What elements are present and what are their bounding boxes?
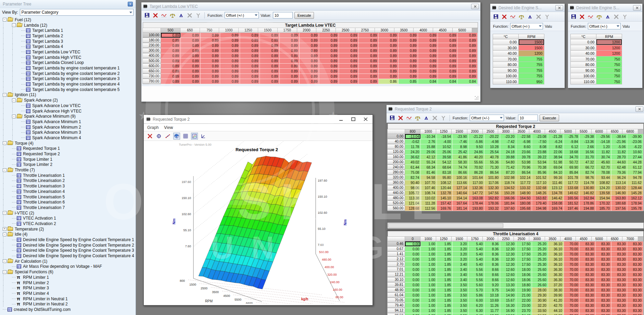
cell[interactable]: 105.72 xyxy=(405,191,421,196)
cell[interactable]: 0.00 xyxy=(405,288,421,293)
cell[interactable]: 180.08 xyxy=(516,201,532,206)
column-header[interactable]: 3000 xyxy=(375,28,394,33)
cell[interactable]: 8.66 xyxy=(484,267,500,272)
column-header[interactable]: 3500 xyxy=(514,129,529,134)
cell[interactable]: 83.30 xyxy=(580,308,595,313)
cell[interactable]: 83.30 xyxy=(596,298,611,303)
row-header[interactable]: 240.00 xyxy=(387,165,405,170)
cell[interactable]: 83.30 xyxy=(580,272,595,277)
row-header[interactable]: 300.00 xyxy=(142,48,161,53)
cell[interactable]: 47.32 xyxy=(580,160,595,165)
save-icon[interactable] xyxy=(492,13,499,20)
cell[interactable]: 0.89 xyxy=(319,33,339,38)
cell[interactable]: 13.30 xyxy=(500,283,516,288)
cell[interactable]: 83.30 xyxy=(627,303,643,308)
cell[interactable]: 132.36 xyxy=(469,185,484,191)
cell[interactable]: 83.30 xyxy=(580,288,595,293)
tree-item[interactable]: Throttle Linearisation 3 xyxy=(1,183,135,189)
cell[interactable]: 15.88 xyxy=(421,144,437,149)
cell[interactable]: 93.44 xyxy=(596,175,611,180)
cell[interactable]: 39.78 xyxy=(516,155,532,160)
cell[interactable]: 0.89 xyxy=(220,58,240,64)
cell[interactable]: -4.98 xyxy=(484,139,500,144)
row-header[interactable]: 90.00 xyxy=(493,67,519,74)
cell[interactable]: -14.18 xyxy=(596,139,611,144)
cell[interactable]: 0.89 xyxy=(458,38,478,43)
cell[interactable]: 83.30 xyxy=(596,313,611,315)
cell[interactable]: 94.58 xyxy=(421,175,437,180)
scales-icon[interactable] xyxy=(414,115,421,121)
row-header[interactable]: 94.12 xyxy=(387,308,405,313)
cell[interactable]: 70.00 xyxy=(564,247,580,252)
tree-item[interactable]: Desired Idle Engine Speed by Engine Cool… xyxy=(1,237,135,242)
cell[interactable]: 0.89 xyxy=(339,74,359,79)
contour-icon[interactable] xyxy=(191,133,198,140)
cell[interactable]: 83.30 xyxy=(596,272,611,277)
cell[interactable]: 8.36 xyxy=(484,247,500,252)
cell[interactable]: 118.74 xyxy=(500,180,516,185)
cell[interactable]: 181.52 xyxy=(564,201,580,206)
tree-item[interactable]: Spark Advance Low VTEC xyxy=(1,103,135,108)
row-header[interactable]: 90.00 xyxy=(570,67,596,74)
cell[interactable]: 1.00 xyxy=(421,298,437,303)
cell[interactable]: 0.89 xyxy=(161,53,181,58)
row-header[interactable]: 61.04 xyxy=(387,292,405,298)
cell[interactable]: 6.40 xyxy=(469,313,484,315)
cell[interactable]: 86.66 xyxy=(453,170,468,175)
row-header[interactable]: 230.00 xyxy=(142,43,161,48)
cell[interactable]: 123.12 xyxy=(548,185,564,191)
row-header[interactable]: 40.00 xyxy=(493,50,519,56)
tree-item[interactable]: Target Lambda by engine coolant temperat… xyxy=(1,76,135,82)
cell[interactable]: 0.89 xyxy=(339,64,359,69)
cell[interactable]: 0.89 xyxy=(379,64,399,69)
scrollbar-thumb[interactable] xyxy=(388,223,503,228)
cell[interactable]: 169.76 xyxy=(437,206,453,211)
cell[interactable]: 178.94 xyxy=(627,201,643,206)
cell[interactable]: 1.85 xyxy=(437,277,453,283)
cell[interactable]: 157.42 xyxy=(437,201,453,206)
column-header[interactable]: 1250 xyxy=(436,236,452,241)
column-header[interactable]: 5000 xyxy=(560,129,576,134)
cell[interactable]: 0.89 xyxy=(399,43,418,48)
cell[interactable]: 18.68 xyxy=(564,149,580,155)
cell[interactable]: 133.68 xyxy=(564,185,580,191)
cell[interactable]: 0.89 xyxy=(280,38,300,43)
cell[interactable]: 107.70 xyxy=(421,180,437,185)
cell[interactable]: 55.66 xyxy=(469,160,484,165)
cell[interactable]: 193.80 xyxy=(469,206,484,211)
tree-item[interactable]: Target Lambda 3 xyxy=(1,39,135,44)
cell[interactable]: 8.36 xyxy=(484,262,500,267)
cell[interactable]: 16.90 xyxy=(500,308,516,313)
cell[interactable]: 0.89 xyxy=(201,43,220,48)
cell[interactable]: 1.85 xyxy=(437,308,453,313)
cell[interactable]: 1.85 xyxy=(437,252,453,257)
cell[interactable]: 0.89 xyxy=(201,64,220,69)
collapse-icon[interactable]: - xyxy=(3,233,7,236)
cell[interactable]: 0.89 xyxy=(319,58,339,64)
cell[interactable]: 44.10 xyxy=(548,308,564,313)
row-header[interactable]: 0.67 xyxy=(387,246,405,251)
cell[interactable]: -23.06 xyxy=(627,139,643,144)
collapse-icon[interactable]: - xyxy=(3,18,7,22)
cell[interactable]: 3.50 xyxy=(453,313,468,315)
cell[interactable]: -13.04 xyxy=(405,134,421,139)
cell[interactable]: 750 xyxy=(596,62,622,68)
cell[interactable]: 22.00 xyxy=(516,298,532,303)
row-header[interactable]: 1.41 xyxy=(387,251,405,257)
filter-disabled-icon[interactable] xyxy=(440,115,447,121)
cell[interactable]: 0.89 xyxy=(300,58,319,64)
row-header[interactable]: 70.00 xyxy=(493,56,519,62)
cell[interactable]: 0.89 xyxy=(220,33,240,38)
cell[interactable]: 3.40 xyxy=(453,262,468,267)
cell[interactable]: 5.40 xyxy=(469,241,484,247)
cell[interactable]: 77.94 xyxy=(627,170,643,175)
cell[interactable]: 0.89 xyxy=(438,48,458,53)
cell[interactable]: 0.89 xyxy=(399,58,418,64)
cell[interactable]: 1.00 xyxy=(421,313,437,315)
column-header[interactable]: 5500 xyxy=(576,129,591,134)
row-header[interactable]: 560.00 xyxy=(387,206,405,211)
cell[interactable]: 85.84 xyxy=(564,170,580,175)
cell[interactable]: 132.68 xyxy=(532,185,548,191)
cell[interactable]: 70.00 xyxy=(564,283,580,288)
cell[interactable]: 12.30 xyxy=(500,262,516,267)
